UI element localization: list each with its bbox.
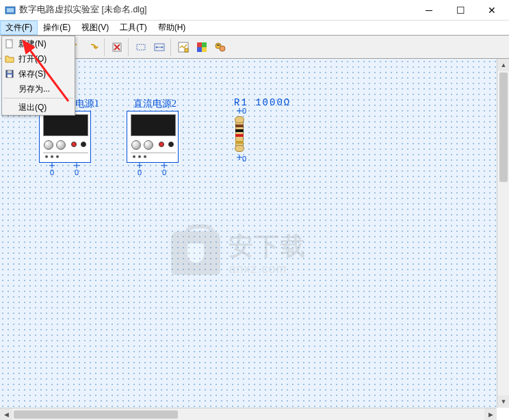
resistor-pin-bottom[interactable] [237,155,242,160]
menu-item-open[interactable]: 打开(O) [2,51,75,66]
menu-item-label: 保存(S) [18,68,46,80]
scroll-left-button[interactable]: ◀ [0,408,12,420]
psu-knob [144,140,153,150]
svg-rect-17 [185,49,188,52]
window-title: 数字电路虚拟实验室 [未命名.dlg] [19,4,413,16]
component-resistor[interactable] [235,115,244,153]
toolbar-color-palette[interactable] [193,38,211,56]
menu-edit[interactable]: 操作(E) [38,21,76,35]
toolbar-connect[interactable] [151,38,168,56]
open-folder-icon [3,53,16,65]
svg-point-25 [218,44,220,46]
menu-item-new[interactable]: 新建(N) [2,36,75,51]
menu-item-save-as[interactable]: 另存为... [2,81,75,96]
resistor-cap [235,116,244,123]
psu2-pin1[interactable] [137,163,142,168]
resistor-pin-top[interactable] [237,108,242,114]
menu-item-save[interactable]: 保存(S) [2,66,75,81]
blank-icon [3,101,16,114]
canvas-area: 直流电源1 0 0 直流电源2 0 [0,59,509,420]
psu1-pin1[interactable] [49,163,55,168]
resistor-band [235,124,244,127]
psu-terminal-pos [159,142,164,147]
scroll-thumb-v[interactable] [499,73,508,182]
psu-terminal-neg [168,142,174,147]
psu2-label: 直流电源2 [133,98,177,110]
blank-icon [3,83,16,95]
watermark-cn: 安下载 [229,230,306,263]
toolbar [0,36,509,59]
svg-rect-5 [8,75,12,77]
scroll-right-button[interactable]: ▶ [484,408,497,420]
psu-terminal-neg [81,142,86,147]
menu-item-exit[interactable]: 退出(Q) [2,100,75,115]
menu-item-label: 新建(N) [18,38,47,50]
psu-terminal-pos [71,142,77,147]
svg-rect-21 [202,47,207,52]
psu1-pin2[interactable] [74,163,79,168]
svg-rect-1 [7,8,14,12]
window-controls: ─ ☐ ✕ [413,0,508,21]
watermark-bag-icon [171,231,220,275]
titlebar: 数字电路虚拟实验室 [未命名.dlg] ─ ☐ ✕ [0,0,509,21]
svg-rect-11 [137,44,145,50]
menu-item-label: 打开(O) [18,53,47,65]
svg-rect-20 [197,47,202,52]
pin-label: 0 [162,168,166,176]
svg-rect-4 [8,70,12,73]
save-icon [3,68,16,80]
close-button[interactable]: ✕ [476,0,508,21]
maximize-button[interactable]: ☐ [445,0,476,21]
resistor-band [235,129,244,132]
pin-label: 0 [50,168,54,176]
svg-rect-18 [197,42,202,47]
svg-point-24 [217,44,218,46]
pin-label: 0 [242,155,246,163]
resistor-band [235,141,244,144]
new-file-icon [3,38,16,50]
psu-screen [43,114,88,136]
menu-view[interactable]: 视图(V) [76,21,114,35]
psu-knob [44,140,53,150]
menu-file[interactable]: 文件(F) [0,21,38,35]
psu2-pin2[interactable] [161,163,167,168]
svg-rect-19 [202,42,207,47]
toolbar-components[interactable] [211,38,229,56]
scrollbar-horizontal[interactable]: ◀ ▶ [0,408,497,420]
file-menu-dropdown: 新建(N) 打开(O) 保存(S) 另存为... 退出(Q) [1,36,75,116]
scrollbar-vertical[interactable]: ▲ ▼ [497,59,509,408]
scroll-down-button[interactable]: ▼ [497,395,509,408]
scroll-thumb-h[interactable] [14,410,178,419]
menu-item-label: 另存为... [18,83,50,95]
toolbar-delete[interactable] [108,38,126,56]
svg-point-23 [220,46,225,51]
watermark: 安下载 anxz.com [171,230,306,276]
watermark-en: anxz.com [229,262,306,276]
psu-knob [56,140,66,150]
menu-item-label: 退出(Q) [18,102,47,114]
menu-help[interactable]: 帮助(H) [153,21,192,35]
toolbar-redo[interactable] [84,38,102,56]
resistor-band [235,134,244,137]
minimize-button[interactable]: ─ [413,0,445,21]
scroll-up-button[interactable]: ▲ [497,59,509,71]
toolbar-select-rect[interactable] [132,38,150,56]
toolbar-properties[interactable] [174,38,192,56]
pin-label: 0 [242,107,246,115]
menubar: 文件(F) 操作(E) 视图(V) 工具(T) 帮助(H) [0,21,509,36]
pin-label: 0 [138,168,142,176]
menu-tools[interactable]: 工具(T) [114,21,152,35]
menu-separator [3,98,73,99]
component-psu2[interactable] [127,111,179,163]
resistor-cap [235,145,244,152]
component-psu1[interactable] [39,111,91,163]
pin-label: 0 [75,168,79,176]
psu-screen [131,114,176,136]
psu-knob [131,140,141,150]
app-icon [5,5,16,16]
